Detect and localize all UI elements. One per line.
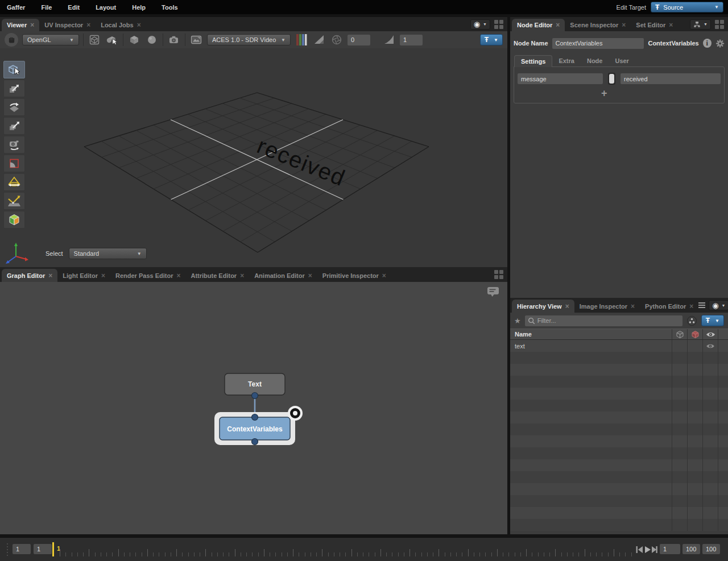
add-variable-button[interactable]: + [601,88,721,98]
layout-menu-icon[interactable] [715,20,724,29]
close-icon[interactable]: × [30,22,34,28]
subtab-extra[interactable]: Extra [552,55,581,67]
shading-wireframe-icon[interactable] [88,33,101,47]
layout-menu-icon[interactable] [494,270,503,279]
viewer-pin-button[interactable]: Ŧ ▼ [480,34,503,45]
shading-select-icon[interactable] [105,33,119,47]
close-icon[interactable]: × [101,272,105,279]
tool-light-placement[interactable] [3,192,25,210]
editor-focus-menu-button[interactable]: ◉ ▼ [709,300,728,310]
skip-end-button[interactable] [652,546,657,553]
close-icon[interactable]: × [240,272,244,279]
close-icon[interactable]: × [382,272,386,279]
tab-python-editor[interactable]: Python Editor × [640,300,698,313]
exposure-icon[interactable] [312,33,326,47]
select-mode-dropdown[interactable]: Standard ▼ [69,248,147,259]
node-contextvariables[interactable]: ContextVariables [214,406,303,445]
shading-sphere-icon[interactable] [145,33,159,47]
timeline-inner-start-field[interactable] [34,544,52,554]
tool-crop-window[interactable] [3,155,25,172]
hierarchy-row-text[interactable]: text [510,340,728,352]
info-icon[interactable]: i [703,39,712,48]
skip-start-button[interactable] [636,546,643,553]
tab-local-jobs[interactable]: Local Jobs × [96,19,146,31]
close-icon[interactable]: × [622,22,626,28]
close-icon[interactable]: × [48,272,52,279]
subtab-node[interactable]: Node [581,55,609,67]
name-column-header[interactable]: Name [510,331,672,338]
image-view-icon[interactable] [189,33,203,47]
scene-cube-icon[interactable] [672,329,687,339]
editor-focus-menu-button[interactable]: ◉ ▼ [470,19,490,30]
close-icon[interactable]: × [556,22,560,28]
tool-camera-track[interactable] [3,136,25,153]
tab-light-editor[interactable]: Light Editor × [57,269,110,282]
gamma-field[interactable] [400,35,423,45]
variable-value-field[interactable] [621,73,721,84]
tab-graph-editor[interactable]: Graph Editor × [2,269,57,282]
close-icon[interactable]: × [86,22,90,28]
colorspace-dropdown[interactable]: ACES 1.0 - SDR Video ▼ [207,34,291,45]
visibility-eye-icon[interactable] [702,329,718,339]
input-port[interactable] [252,414,258,421]
tool-geometry[interactable] [3,211,25,228]
filter-input[interactable] [537,317,680,324]
playhead[interactable] [52,542,54,556]
play-button[interactable] [645,546,651,553]
node-name-field[interactable] [552,38,644,49]
tab-set-editor[interactable]: Set Editor × [631,19,678,31]
gear-icon[interactable] [715,39,725,48]
subtab-settings[interactable]: Settings [514,55,552,67]
tab-hierarchy-view[interactable]: Hierarchy View × [512,300,574,313]
tab-image-inspector[interactable]: Image Inspector × [574,300,640,313]
camera-settings-icon[interactable] [167,33,181,47]
set-filter-icon[interactable] [686,315,697,326]
close-icon[interactable]: × [308,272,312,279]
close-icon[interactable]: × [137,22,141,28]
node-text[interactable]: Text [225,373,285,399]
node-set-menu-button[interactable]: ▼ [690,19,711,30]
variable-name-field[interactable] [518,73,603,84]
close-icon[interactable]: × [689,303,693,310]
enabled-toggle[interactable] [608,73,615,85]
timeline[interactable]: 1 [0,537,728,561]
row-visibility-eye-icon[interactable] [702,340,718,352]
close-icon[interactable]: × [565,303,569,310]
tab-animation-editor[interactable]: Animation Editor × [249,269,317,282]
close-icon[interactable]: × [631,303,635,310]
channel-bars-icon[interactable] [295,33,308,47]
exposure-field[interactable] [348,35,370,45]
renderer-dropdown[interactable]: OpenGL ▼ [22,34,79,45]
tab-viewer[interactable]: Viewer × [2,19,39,31]
menu-file[interactable]: File [33,4,60,11]
subtab-user[interactable]: User [609,55,635,67]
timeline-drag-handle[interactable] [7,543,8,556]
menu-tools[interactable]: Tools [154,4,186,11]
tab-node-editor[interactable]: Node Editor × [512,19,565,31]
tool-translate[interactable] [3,80,25,97]
menu-edit[interactable]: Edit [60,4,88,11]
menu-icon[interactable] [698,302,705,308]
bookmark-star-icon[interactable]: ★ [514,317,521,325]
node-graph-canvas[interactable]: Text ContextVariables [0,282,507,534]
tool-rotate[interactable] [3,98,25,116]
aperture-icon[interactable] [330,33,344,47]
tab-scene-inspector[interactable]: Scene Inspector × [565,19,631,31]
tab-uv-inspector[interactable]: UV Inspector × [39,19,96,31]
shading-solid-cube-icon[interactable] [127,33,141,47]
timeline-range-end-field[interactable] [702,544,720,554]
hierarchy-pin-button[interactable]: Ŧ ▼ [701,315,724,326]
layout-menu-icon[interactable] [494,20,503,29]
close-icon[interactable]: × [669,22,673,28]
timeline-current-frame-field[interactable] [660,544,680,554]
timeline-end-field[interactable] [682,544,700,554]
output-port[interactable] [252,439,258,445]
gamma-icon[interactable] [382,33,396,47]
camera-hand-icon[interactable] [5,33,18,47]
timeline-range-start-field[interactable] [13,544,31,554]
tab-render-pass-editor[interactable]: Render Pass Editor × [110,269,186,282]
menu-gaffer[interactable]: Gaffer [5,4,33,11]
menu-layout[interactable]: Layout [88,4,124,11]
close-icon[interactable]: × [176,272,180,279]
tab-primitive-inspector[interactable]: Primitive Inspector × [317,269,391,282]
